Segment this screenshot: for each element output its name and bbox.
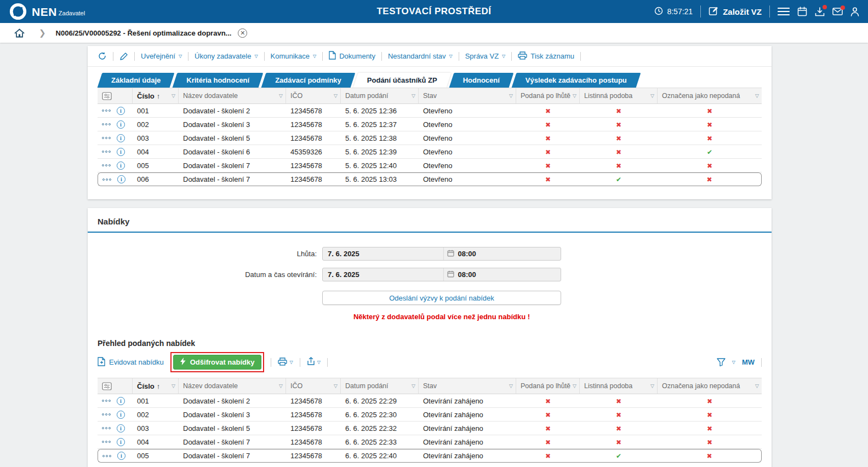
tab-vysledek-zadavaciho-postupu[interactable]: Výsledek zadávacího postupu <box>514 73 638 88</box>
opening-time-input[interactable]: 08:00 <box>443 268 561 281</box>
messages-icon[interactable] <box>832 8 843 15</box>
row-info-icon[interactable]: i <box>117 107 125 115</box>
filter-icon[interactable]: ▽ <box>573 383 576 389</box>
menu-komunikace[interactable]: Komunikace▽ <box>271 52 317 60</box>
menu-nestandardni-stav[interactable]: Nestandardní stav▽ <box>388 52 453 60</box>
tab-kriteria-hodnoceni[interactable]: Kritéria hodnocení <box>175 73 261 88</box>
tab-zadavaci-podminky[interactable]: Zadávací podmínky <box>264 73 353 88</box>
filter-icon[interactable]: ▽ <box>650 93 654 99</box>
export-icon[interactable] <box>307 357 315 367</box>
table-row[interactable]: i003Dodavatel - školení 5123456785. 6. 2… <box>98 131 762 145</box>
filter-icon[interactable]: ▽ <box>509 93 513 99</box>
row-menu-icon[interactable] <box>102 400 112 402</box>
table-row[interactable]: i005Dodavatel - školení 7123456786. 6. 2… <box>98 449 762 463</box>
table-row[interactable]: i003Dodavatel - školení 5123456786. 6. 2… <box>98 422 762 435</box>
dropdown-icon[interactable]: ▽ <box>732 360 735 365</box>
row-menu-icon[interactable] <box>102 123 112 125</box>
row-info-icon[interactable]: i <box>117 397 125 405</box>
filter-icon[interactable]: ▽ <box>334 383 338 389</box>
filter-icon[interactable]: ▽ <box>755 383 759 389</box>
menu-icon[interactable] <box>778 7 790 16</box>
submitted-offers-table: Číslo↑▽ Název dodavatele▽ IČO▽ Datum pod… <box>98 378 762 463</box>
row-info-icon[interactable]: i <box>117 175 125 183</box>
opening-date-input[interactable]: 7. 6. 2025 <box>323 268 443 281</box>
calendar-icon[interactable] <box>797 7 807 16</box>
sort-asc-icon[interactable]: ↑ <box>157 382 161 390</box>
filter-icon[interactable]: ▽ <box>279 93 283 99</box>
table-row[interactable]: i001Dodavatel - školení 2123456786. 6. 2… <box>98 394 762 408</box>
table-header-row: Číslo↑▽ Název dodavatele▽ IČO▽ Datum pod… <box>98 88 762 104</box>
dropdown-icon[interactable]: ▽ <box>317 360 321 365</box>
nen-logo-icon[interactable] <box>9 2 27 21</box>
menu-dokumenty[interactable]: Dokumenty <box>329 51 375 61</box>
edit-pencil-icon[interactable] <box>119 52 128 61</box>
row-info-icon[interactable]: i <box>117 438 125 446</box>
row-menu-icon[interactable] <box>102 413 112 416</box>
column-settings-icon[interactable] <box>102 382 123 390</box>
filter-icon[interactable]: ▽ <box>412 383 415 389</box>
decrypt-offers-button[interactable]: Odšifrovat nabídky <box>173 355 262 370</box>
filter-icon[interactable]: ▽ <box>172 383 175 389</box>
row-menu-icon[interactable] <box>102 455 112 457</box>
filter-icon[interactable]: ▽ <box>279 383 283 389</box>
filter-icon[interactable]: ▽ <box>334 93 338 99</box>
table-row[interactable]: i002Dodavatel - školení 3123456785. 6. 2… <box>98 118 762 131</box>
filter-icon[interactable]: ▽ <box>755 93 759 99</box>
tab-hodnoceni[interactable]: Hodnocení <box>452 73 511 88</box>
filter-icon[interactable]: ▽ <box>172 93 175 99</box>
print-icon[interactable] <box>278 358 287 367</box>
send-invitation-button[interactable]: Odeslání výzvy k podání nabídek <box>322 291 561 305</box>
table-row[interactable]: i004Dodavatel - školení 7123456786. 6. 2… <box>98 435 762 449</box>
calendar-small-icon[interactable] <box>447 250 454 258</box>
row-info-icon[interactable]: i <box>117 424 125 433</box>
row-info-icon[interactable]: i <box>117 162 125 170</box>
row-menu-icon[interactable] <box>102 441 112 443</box>
calendar-small-icon[interactable] <box>447 270 454 279</box>
cell-status: Otevřeno <box>419 145 516 159</box>
column-settings-icon[interactable] <box>102 92 123 100</box>
row-menu-icon[interactable] <box>102 427 112 429</box>
sort-asc-icon[interactable]: ↑ <box>157 92 161 100</box>
tab-podani-ucastniku-zp[interactable]: Podání účastníků ZP <box>356 73 449 88</box>
cross-icon: ✖ <box>707 121 712 129</box>
dropdown-icon[interactable]: ▽ <box>289 360 293 365</box>
close-record-icon[interactable]: ✕ <box>238 28 247 38</box>
table-row[interactable]: i004Dodavatel - školení 6453593265. 6. 2… <box>98 145 762 159</box>
row-info-icon[interactable]: i <box>117 452 125 460</box>
menu-uverejneni[interactable]: Uveřejnění▽ <box>141 52 182 60</box>
row-menu-icon[interactable] <box>102 137 112 139</box>
filter-icon[interactable]: ▽ <box>573 93 576 99</box>
cell-ico: 12345678 <box>286 104 341 118</box>
user-icon[interactable] <box>850 7 859 16</box>
menu-ukony-zadavatele[interactable]: Úkony zadavatele▽ <box>195 52 258 60</box>
tab-zakladni-udaje[interactable]: Základní údaje <box>100 73 172 88</box>
row-menu-icon[interactable] <box>102 109 112 112</box>
table-row[interactable]: i005Dodavatel - školení 7123456785. 6. 2… <box>98 159 762 172</box>
row-menu-icon[interactable] <box>102 151 112 153</box>
row-menu-icon[interactable] <box>102 164 112 166</box>
mw-link[interactable]: MW <box>742 358 755 366</box>
filter-icon[interactable]: ▽ <box>650 383 654 389</box>
history-icon[interactable] <box>98 51 107 61</box>
table-row[interactable]: i002Dodavatel - školení 3123456786. 6. 2… <box>98 408 762 422</box>
row-menu-icon[interactable] <box>102 178 112 181</box>
row-info-icon[interactable]: i <box>117 120 125 129</box>
filter-icon[interactable]: ▽ <box>509 383 513 389</box>
breadcrumb-record[interactable]: N006/25/V00005292 - Řešení optimalizace … <box>56 29 232 37</box>
row-info-icon[interactable]: i <box>117 411 125 419</box>
row-info-icon[interactable]: i <box>117 148 125 156</box>
filter-icon[interactable]: ▽ <box>412 93 415 99</box>
server-time: 8:57:21 <box>654 7 693 17</box>
home-icon[interactable] <box>14 28 25 38</box>
filter-funnel-icon[interactable] <box>717 358 726 366</box>
row-info-icon[interactable]: i <box>117 134 125 142</box>
table-row[interactable]: i001Dodavatel - školení 2123456785. 6. 2… <box>98 104 762 118</box>
downloads-icon[interactable] <box>815 7 825 16</box>
deadline-date-input[interactable]: 7. 6. 2025 <box>323 247 443 260</box>
menu-sprava-vz[interactable]: Správa VZ▽ <box>465 52 506 60</box>
create-vz-button[interactable]: Založit VZ <box>709 6 762 18</box>
menu-tisk-zaznamu[interactable]: Tisk záznamu <box>518 51 574 61</box>
register-offer-button[interactable]: Evidovat nabídku <box>98 357 164 368</box>
deadline-time-input[interactable]: 08:00 <box>443 247 561 260</box>
table-row[interactable]: i006Dodavatel - školení 7123456785. 6. 2… <box>98 172 762 186</box>
